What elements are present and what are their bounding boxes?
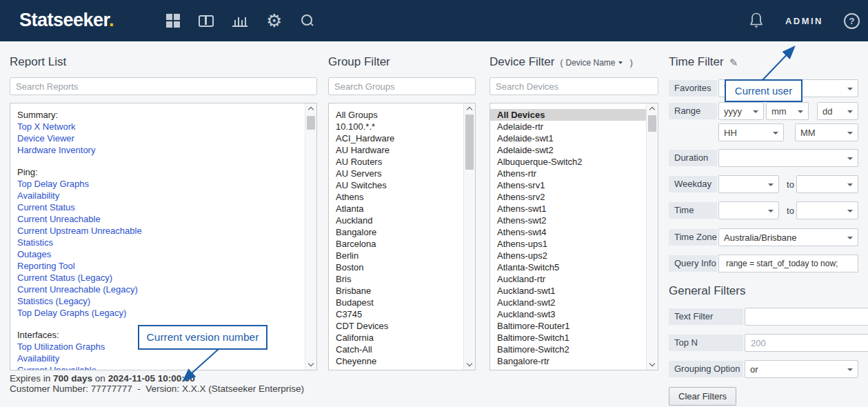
- device-list-scrollbar[interactable]: [646, 103, 658, 370]
- group-list-item[interactable]: ACI_Hardware: [336, 132, 461, 144]
- weekday-to-select[interactable]: [796, 175, 858, 193]
- scrollbar-thumb[interactable]: [465, 115, 474, 170]
- group-search-input[interactable]: [328, 77, 476, 95]
- device-search-input[interactable]: [489, 77, 658, 95]
- current-user-menu[interactable]: ADMIN: [785, 16, 823, 26]
- group-list-item[interactable]: Atlanta: [336, 203, 461, 215]
- group-list-item[interactable]: Chicago: [336, 367, 461, 370]
- range-day-select[interactable]: dd: [817, 102, 858, 120]
- report-link[interactable]: Top Delay Graphs (Legacy): [17, 307, 302, 319]
- apps-grid-icon[interactable]: [166, 14, 180, 28]
- report-link[interactable]: Current Unreachable: [17, 213, 302, 225]
- device-list-item[interactable]: Adelaide-swt2: [497, 144, 643, 156]
- scroll-up-icon[interactable]: [464, 103, 475, 115]
- settings-gear-icon[interactable]: [266, 12, 282, 30]
- group-list-item[interactable]: California: [336, 332, 461, 344]
- device-list-item[interactable]: Athens-swt4: [497, 226, 643, 238]
- device-list-item[interactable]: Athens-ups2: [497, 250, 643, 261]
- split-view-icon[interactable]: [199, 15, 214, 27]
- report-link[interactable]: Top X Network: [17, 121, 302, 132]
- device-sort-dropdown[interactable]: (Device Name ): [560, 58, 632, 68]
- device-list-item[interactable]: Adelaide-rtr: [497, 121, 643, 132]
- report-link[interactable]: Availability: [17, 190, 302, 201]
- group-list-item[interactable]: Catch-All: [336, 344, 461, 355]
- group-list-item[interactable]: Budapest: [336, 297, 461, 308]
- scroll-up-icon[interactable]: [305, 103, 316, 115]
- scroll-up-icon[interactable]: [647, 103, 658, 115]
- report-link[interactable]: Current Status (Legacy): [17, 272, 302, 284]
- report-link[interactable]: Outages: [17, 248, 302, 260]
- device-list-item[interactable]: Athens-rtr: [497, 168, 643, 179]
- device-list-item[interactable]: Baltimore-Switch2: [497, 344, 643, 355]
- scroll-down-icon[interactable]: [305, 359, 316, 370]
- report-link[interactable]: Current Unreachable (Legacy): [17, 284, 302, 295]
- group-list-item[interactable]: AU Servers: [336, 168, 461, 179]
- group-list-item[interactable]: Athens: [336, 191, 461, 203]
- report-link[interactable]: Statistics: [17, 237, 302, 248]
- device-list-item[interactable]: Athens-ups1: [497, 238, 643, 250]
- group-list-item[interactable]: Cheyenne: [336, 355, 461, 367]
- device-list-item[interactable]: Auckland-swt2: [497, 297, 643, 308]
- group-list-item[interactable]: Brisbane: [336, 285, 461, 297]
- reports-chart-icon[interactable]: [232, 14, 248, 27]
- report-link[interactable]: Current Upstream Unreachable: [17, 225, 302, 237]
- group-list-item[interactable]: AU Hardware: [336, 144, 461, 156]
- device-list-item[interactable]: Auckland-rtr: [497, 273, 643, 285]
- group-list-box[interactable]: All Groups10.100.*.*ACI_HardwareAU Hardw…: [328, 103, 476, 370]
- report-link[interactable]: Reporting Tool: [17, 260, 302, 272]
- device-list-item[interactable]: Albuquerque-Switch2: [497, 156, 643, 168]
- report-link[interactable]: Current Status: [17, 201, 302, 213]
- report-link[interactable]: Hardware Inventory: [17, 144, 302, 156]
- report-search-input[interactable]: [10, 77, 317, 95]
- report-link[interactable]: Current Unavailable: [17, 364, 302, 370]
- range-year-select[interactable]: yyyy: [718, 102, 764, 120]
- device-list-box[interactable]: All DevicesAdelaide-rtrAdelaide-swt1Adel…: [489, 103, 658, 370]
- device-list-item[interactable]: All Devices: [490, 109, 646, 121]
- device-list-item[interactable]: Athens-swt2: [497, 215, 643, 226]
- device-list-item[interactable]: Baltimore-Switch1: [497, 332, 643, 344]
- group-list-item[interactable]: Boston: [336, 261, 461, 273]
- duration-select[interactable]: [718, 149, 858, 167]
- group-list-item[interactable]: 10.100.*.*: [336, 121, 461, 132]
- search-icon[interactable]: [301, 14, 314, 28]
- report-link[interactable]: Statistics (Legacy): [17, 295, 302, 307]
- scroll-down-icon[interactable]: [647, 359, 658, 370]
- device-list-item[interactable]: Bangalore-swt1: [497, 367, 643, 370]
- device-list-item[interactable]: Athens-swt1: [497, 203, 643, 215]
- group-list-item[interactable]: Bris: [336, 273, 461, 285]
- help-icon[interactable]: [844, 13, 860, 29]
- group-list-scrollbar[interactable]: [463, 103, 475, 370]
- text-filter-input[interactable]: [745, 308, 868, 326]
- device-list-item[interactable]: Auckland-swt1: [497, 285, 643, 297]
- range-month-select[interactable]: mm: [766, 102, 809, 120]
- grouping-option-select[interactable]: or: [745, 360, 858, 378]
- report-link[interactable]: Device Viewer: [17, 132, 302, 144]
- group-list-item[interactable]: All Groups: [336, 109, 461, 121]
- timezone-select[interactable]: Australia/Brisbane: [718, 228, 858, 246]
- group-list-item[interactable]: CDT Devices: [336, 320, 461, 332]
- group-list-item[interactable]: Auckland: [336, 215, 461, 226]
- weekday-from-select[interactable]: [718, 175, 779, 193]
- report-list-scrollbar[interactable]: [305, 103, 316, 370]
- group-list-item[interactable]: Berlin: [336, 250, 461, 261]
- range-minute-select[interactable]: MM: [795, 123, 858, 141]
- scrollbar-thumb[interactable]: [648, 115, 656, 132]
- top-n-input[interactable]: [745, 334, 868, 352]
- notifications-bell-icon[interactable]: [748, 12, 765, 30]
- scroll-down-icon[interactable]: [464, 359, 475, 370]
- report-link[interactable]: Availability: [17, 353, 302, 364]
- time-to-select[interactable]: [796, 201, 858, 219]
- device-list-item[interactable]: Athens-srv2: [497, 191, 643, 203]
- time-from-select[interactable]: [718, 201, 779, 219]
- device-list-item[interactable]: Bangalore-rtr: [497, 355, 643, 367]
- device-list-item[interactable]: Atlanta-Switch5: [497, 261, 643, 273]
- report-link[interactable]: Top Delay Graphs: [17, 178, 302, 190]
- scrollbar-thumb[interactable]: [307, 116, 315, 130]
- device-list-item[interactable]: Athens-srv1: [497, 179, 643, 191]
- group-list-item[interactable]: C3745: [336, 308, 461, 320]
- group-list-item[interactable]: AU Switches: [336, 179, 461, 191]
- group-list-item[interactable]: AU Routers: [336, 156, 461, 168]
- group-list-item[interactable]: Barcelona: [336, 238, 461, 250]
- device-list-item[interactable]: Adelaide-swt1: [497, 132, 643, 144]
- range-hour-select[interactable]: HH: [718, 123, 784, 141]
